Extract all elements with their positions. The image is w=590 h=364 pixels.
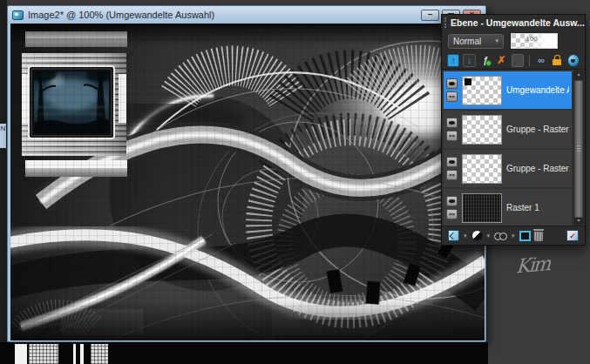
background-image-fragment: [0, 342, 488, 364]
new-mask-layer-button[interactable]: [494, 233, 507, 239]
eye-icon: [449, 199, 455, 203]
lock-icon: [553, 59, 561, 65]
fragment-bar: [73, 344, 76, 364]
merge-group-icon: [519, 231, 531, 241]
layer-row[interactable]: ××Gruppe - Raster 2: [444, 111, 572, 148]
chevron-down-icon[interactable]: ▾: [487, 233, 491, 239]
layers-palette[interactable]: Ebene - Umgewandelte Ausw... × Normal ▾ …: [441, 14, 586, 246]
new-layer-button[interactable]: [448, 230, 459, 241]
blend-mode-value: Normal: [453, 37, 481, 46]
opacity-control[interactable]: 100: [511, 33, 558, 49]
layer-row[interactable]: ××Raster 1: [444, 189, 572, 226]
minimize-button[interactable]: –: [421, 10, 439, 21]
blend-mode-dropdown[interactable]: Normal ▾: [448, 34, 504, 49]
desktop-left-edge: [0, 0, 7, 342]
image-window[interactable]: Image2* @ 100% (Umgewandelte Auswahl) – …: [7, 5, 486, 342]
layer-name: Umgewandelte Auswahl: [506, 85, 569, 95]
fragment-grid-bar: [91, 344, 108, 364]
canvas-area[interactable]: [10, 24, 485, 340]
canvas-artwork: [10, 24, 485, 340]
delete-layer-button[interactable]: [534, 230, 543, 241]
scrollbar-track[interactable]: [574, 78, 583, 217]
delete-style-button[interactable]: ✗: [495, 54, 507, 67]
scrollbar-thumb[interactable]: [574, 80, 583, 218]
fragment-bar: [15, 344, 27, 364]
background-window-fragment[interactable]: N: [0, 124, 6, 148]
layer-visibility-toggle[interactable]: [446, 78, 458, 89]
eye-icon: [449, 121, 455, 125]
link-layers-button[interactable]: ∞: [535, 54, 547, 67]
layers-list[interactable]: ××Umgewandelte Auswahl××Gruppe - Raster …: [442, 69, 585, 226]
layer-thumbnail: [462, 154, 502, 184]
image-window-title: Image2* @ 100% (Umgewandelte Auswahl): [28, 10, 214, 20]
edit-selection-button[interactable]: ✓: [566, 230, 579, 241]
eye-icon: [449, 160, 455, 164]
layer-visibility-toggle[interactable]: [446, 118, 458, 128]
fragment-bar: [80, 344, 84, 364]
palette-header[interactable]: Ebene - Umgewandelte Ausw... ×: [442, 15, 585, 30]
scroll-up-icon[interactable]: ▴: [577, 71, 580, 78]
layer-link-toggle[interactable]: ××: [446, 131, 458, 141]
layer-name: Gruppe - Raster 2: [506, 125, 569, 134]
move-layer-down-button[interactable]: ↓: [463, 54, 475, 67]
mask-layer-icon: [494, 233, 507, 239]
layer-visibility-toggle[interactable]: [446, 157, 458, 167]
chevron-down-icon: ▾: [495, 37, 498, 44]
layer-name: Gruppe - Raster 2: [506, 164, 569, 173]
fragment-grid-bar: [29, 344, 58, 364]
layers-scrollbar[interactable]: ▴ ▾: [573, 71, 584, 225]
palette-grip[interactable]: [444, 17, 446, 28]
move-layer-up-button[interactable]: ↑: [447, 54, 459, 67]
layer-thumbnail: [462, 115, 502, 145]
layer-thumbnail: [462, 193, 502, 223]
new-layer-icon: [448, 230, 459, 241]
desktop: { "window": { "title": "Image2* @ 100% (…: [0, 0, 590, 364]
image-window-titlebar[interactable]: Image2* @ 100% (Umgewandelte Auswahl) – …: [8, 6, 485, 24]
layer-link-toggle[interactable]: ××: [446, 91, 458, 102]
layer-link-toggle[interactable]: ××: [446, 170, 458, 180]
document-icon: [12, 10, 24, 20]
chevron-down-icon[interactable]: ▾: [464, 233, 467, 239]
merge-group-button[interactable]: [519, 231, 531, 241]
layer-history-button[interactable]: [567, 54, 580, 67]
chevron-down-icon[interactable]: ▾: [512, 233, 515, 239]
eye-icon: [449, 82, 455, 85]
opacity-value: 100: [512, 35, 552, 43]
scroll-down-icon[interactable]: ▾: [577, 217, 580, 225]
layer-thumbnail: [462, 76, 502, 105]
artist-signature: Kim: [515, 249, 586, 277]
thumbnail-content-mark: [465, 78, 471, 85]
layer-row[interactable]: ××Umgewandelte Auswahl: [444, 71, 572, 109]
layer-visibility-toggle[interactable]: [446, 196, 458, 206]
layer-row[interactable]: ××Gruppe - Raster 2: [444, 150, 572, 187]
palette-title: Ebene - Umgewandelte Ausw...: [451, 17, 585, 28]
new-adjustment-layer-button[interactable]: [471, 230, 483, 241]
palette-bottom-toolbar: ▾ ▾ ▾ ✓: [442, 226, 585, 245]
highlight-layer-button[interactable]: [512, 54, 524, 67]
palette-icon-bar: ↑ ↓ ƒ ✗ ∞: [442, 51, 585, 69]
trash-icon: [534, 232, 543, 241]
divider: [529, 55, 530, 66]
layer-name: Raster 1: [506, 203, 539, 212]
layer-link-toggle[interactable]: ××: [446, 209, 458, 219]
layer-effects-button[interactable]: ƒ: [479, 54, 492, 67]
adjustment-layer-icon: [471, 230, 483, 241]
lock-transparency-button[interactable]: [551, 54, 563, 67]
